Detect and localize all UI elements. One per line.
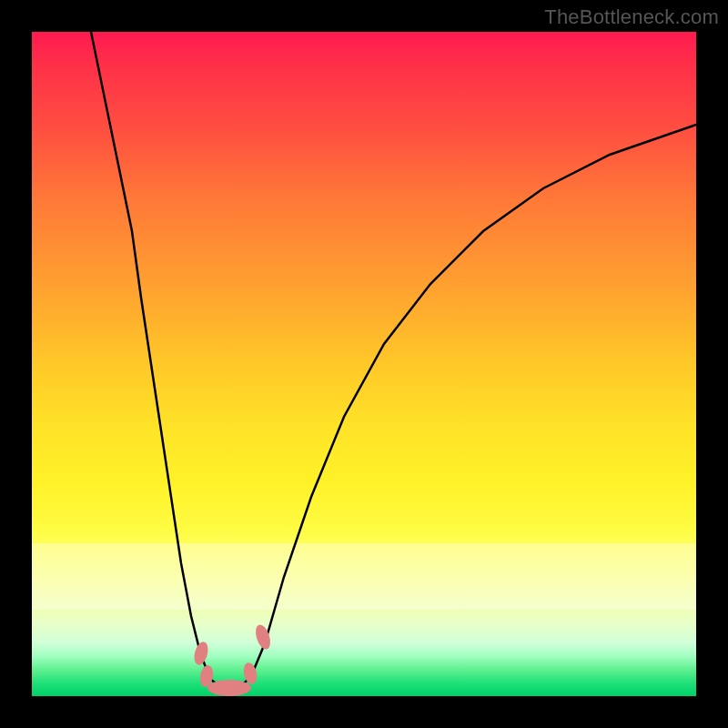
curve-svg	[32, 32, 696, 696]
plot-area	[32, 32, 696, 696]
bottleneck-curve	[91, 32, 696, 690]
attribution-text: TheBottleneck.com	[544, 5, 719, 29]
marker-left-shoulder-top	[192, 641, 210, 667]
outer-frame: TheBottleneck.com	[0, 0, 728, 728]
marker-valley-floor	[207, 680, 251, 696]
